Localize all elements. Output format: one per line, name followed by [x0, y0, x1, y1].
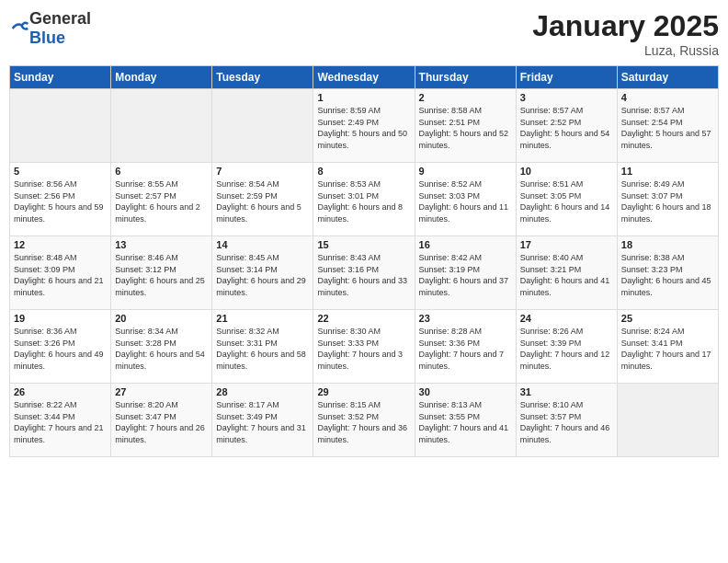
- day-info: Sunrise: 8:24 AM Sunset: 3:41 PM Dayligh…: [621, 326, 714, 372]
- day-number: 31: [520, 386, 613, 397]
- day-info: Sunrise: 8:48 AM Sunset: 3:09 PM Dayligh…: [14, 252, 107, 298]
- day-info: Sunrise: 8:32 AM Sunset: 3:31 PM Dayligh…: [216, 326, 309, 372]
- table-row: 30Sunrise: 8:13 AM Sunset: 3:55 PM Dayli…: [415, 384, 516, 457]
- day-info: Sunrise: 8:59 AM Sunset: 2:49 PM Dayligh…: [317, 105, 410, 151]
- logo-icon: [11, 19, 29, 38]
- col-sunday: Sunday: [10, 66, 111, 89]
- logo-blue: Blue: [29, 29, 65, 47]
- table-row: 27Sunrise: 8:20 AM Sunset: 3:47 PM Dayli…: [111, 384, 212, 457]
- table-row: 8Sunrise: 8:53 AM Sunset: 3:01 PM Daylig…: [313, 163, 415, 236]
- table-row: 29Sunrise: 8:15 AM Sunset: 3:52 PM Dayli…: [313, 384, 415, 457]
- day-info: Sunrise: 8:20 AM Sunset: 3:47 PM Dayligh…: [115, 399, 208, 445]
- table-row: 4Sunrise: 8:57 AM Sunset: 2:54 PM Daylig…: [617, 89, 718, 163]
- table-row: [10, 89, 111, 163]
- table-row: 11Sunrise: 8:49 AM Sunset: 3:07 PM Dayli…: [617, 163, 718, 236]
- day-number: 9: [419, 166, 512, 177]
- table-row: 15Sunrise: 8:43 AM Sunset: 3:16 PM Dayli…: [313, 236, 415, 310]
- table-row: 18Sunrise: 8:38 AM Sunset: 3:23 PM Dayli…: [617, 236, 718, 310]
- col-friday: Friday: [516, 66, 617, 89]
- day-info: Sunrise: 8:38 AM Sunset: 3:23 PM Dayligh…: [621, 252, 714, 298]
- col-monday: Monday: [111, 66, 212, 89]
- calendar-week-2: 5Sunrise: 8:56 AM Sunset: 2:56 PM Daylig…: [10, 163, 719, 236]
- calendar-week-1: 1Sunrise: 8:59 AM Sunset: 2:49 PM Daylig…: [10, 89, 719, 163]
- day-number: 12: [14, 239, 107, 250]
- day-number: 4: [621, 92, 714, 103]
- col-wednesday: Wednesday: [313, 66, 415, 89]
- day-info: Sunrise: 8:22 AM Sunset: 3:44 PM Dayligh…: [14, 399, 107, 445]
- day-number: 18: [621, 239, 714, 250]
- table-row: 26Sunrise: 8:22 AM Sunset: 3:44 PM Dayli…: [10, 384, 111, 457]
- table-row: 14Sunrise: 8:45 AM Sunset: 3:14 PM Dayli…: [212, 236, 313, 310]
- day-info: Sunrise: 8:10 AM Sunset: 3:57 PM Dayligh…: [520, 399, 613, 445]
- day-number: 26: [14, 386, 107, 397]
- day-number: 6: [115, 166, 208, 177]
- day-number: 1: [317, 92, 410, 103]
- day-number: 30: [419, 386, 512, 397]
- day-info: Sunrise: 8:15 AM Sunset: 3:52 PM Dayligh…: [317, 399, 410, 445]
- day-number: 11: [621, 166, 714, 177]
- day-number: 10: [520, 166, 613, 177]
- day-info: Sunrise: 8:28 AM Sunset: 3:36 PM Dayligh…: [419, 326, 512, 372]
- day-info: Sunrise: 8:52 AM Sunset: 3:03 PM Dayligh…: [419, 178, 512, 224]
- table-row: 31Sunrise: 8:10 AM Sunset: 3:57 PM Dayli…: [516, 384, 617, 457]
- day-info: Sunrise: 8:17 AM Sunset: 3:49 PM Dayligh…: [216, 399, 309, 445]
- calendar-week-5: 26Sunrise: 8:22 AM Sunset: 3:44 PM Dayli…: [10, 384, 719, 457]
- calendar-week-4: 19Sunrise: 8:36 AM Sunset: 3:26 PM Dayli…: [10, 310, 719, 384]
- table-row: 12Sunrise: 8:48 AM Sunset: 3:09 PM Dayli…: [10, 236, 111, 310]
- day-info: Sunrise: 8:55 AM Sunset: 2:57 PM Dayligh…: [115, 178, 208, 224]
- day-number: 22: [317, 313, 410, 324]
- table-row: [617, 384, 718, 457]
- day-number: 27: [115, 386, 208, 397]
- day-info: Sunrise: 8:54 AM Sunset: 2:59 PM Dayligh…: [216, 178, 309, 224]
- table-row: 20Sunrise: 8:34 AM Sunset: 3:28 PM Dayli…: [111, 310, 212, 384]
- day-info: Sunrise: 8:40 AM Sunset: 3:21 PM Dayligh…: [520, 252, 613, 298]
- month-title: January 2025: [532, 9, 719, 43]
- day-number: 3: [520, 92, 613, 103]
- page: General Blue January 2025 Luza, Russia S…: [0, 0, 728, 563]
- day-number: 25: [621, 313, 714, 324]
- day-number: 29: [317, 386, 410, 397]
- table-row: 1Sunrise: 8:59 AM Sunset: 2:49 PM Daylig…: [313, 89, 415, 163]
- day-info: Sunrise: 8:53 AM Sunset: 3:01 PM Dayligh…: [317, 178, 410, 224]
- calendar: Sunday Monday Tuesday Wednesday Thursday…: [9, 65, 719, 457]
- table-row: 6Sunrise: 8:55 AM Sunset: 2:57 PM Daylig…: [111, 163, 212, 236]
- calendar-header-row: Sunday Monday Tuesday Wednesday Thursday…: [10, 66, 719, 89]
- day-number: 13: [115, 239, 208, 250]
- table-row: 7Sunrise: 8:54 AM Sunset: 2:59 PM Daylig…: [212, 163, 313, 236]
- location: Luza, Russia: [532, 43, 719, 58]
- table-row: 10Sunrise: 8:51 AM Sunset: 3:05 PM Dayli…: [516, 163, 617, 236]
- header: General Blue January 2025 Luza, Russia: [9, 9, 719, 58]
- day-info: Sunrise: 8:34 AM Sunset: 3:28 PM Dayligh…: [115, 326, 208, 372]
- day-number: 14: [216, 239, 309, 250]
- day-info: Sunrise: 8:56 AM Sunset: 2:56 PM Dayligh…: [14, 178, 107, 224]
- day-number: 15: [317, 239, 410, 250]
- day-number: 19: [14, 313, 107, 324]
- table-row: 9Sunrise: 8:52 AM Sunset: 3:03 PM Daylig…: [415, 163, 516, 236]
- col-thursday: Thursday: [415, 66, 516, 89]
- col-tuesday: Tuesday: [212, 66, 313, 89]
- day-number: 24: [520, 313, 613, 324]
- day-number: 28: [216, 386, 309, 397]
- table-row: 16Sunrise: 8:42 AM Sunset: 3:19 PM Dayli…: [415, 236, 516, 310]
- day-info: Sunrise: 8:26 AM Sunset: 3:39 PM Dayligh…: [520, 326, 613, 372]
- day-info: Sunrise: 8:13 AM Sunset: 3:55 PM Dayligh…: [419, 399, 512, 445]
- day-number: 21: [216, 313, 309, 324]
- table-row: 22Sunrise: 8:30 AM Sunset: 3:33 PM Dayli…: [313, 310, 415, 384]
- day-info: Sunrise: 8:42 AM Sunset: 3:19 PM Dayligh…: [419, 252, 512, 298]
- table-row: [212, 89, 313, 163]
- day-info: Sunrise: 8:43 AM Sunset: 3:16 PM Dayligh…: [317, 252, 410, 298]
- table-row: 5Sunrise: 8:56 AM Sunset: 2:56 PM Daylig…: [10, 163, 111, 236]
- day-number: 20: [115, 313, 208, 324]
- table-row: 23Sunrise: 8:28 AM Sunset: 3:36 PM Dayli…: [415, 310, 516, 384]
- day-info: Sunrise: 8:45 AM Sunset: 3:14 PM Dayligh…: [216, 252, 309, 298]
- table-row: 21Sunrise: 8:32 AM Sunset: 3:31 PM Dayli…: [212, 310, 313, 384]
- title-block: January 2025 Luza, Russia: [532, 9, 719, 58]
- day-info: Sunrise: 8:57 AM Sunset: 2:52 PM Dayligh…: [520, 105, 613, 151]
- day-info: Sunrise: 8:46 AM Sunset: 3:12 PM Dayligh…: [115, 252, 208, 298]
- table-row: 2Sunrise: 8:58 AM Sunset: 2:51 PM Daylig…: [415, 89, 516, 163]
- day-number: 2: [419, 92, 512, 103]
- table-row: 28Sunrise: 8:17 AM Sunset: 3:49 PM Dayli…: [212, 384, 313, 457]
- day-number: 5: [14, 166, 107, 177]
- logo: General Blue: [9, 9, 91, 48]
- calendar-week-3: 12Sunrise: 8:48 AM Sunset: 3:09 PM Dayli…: [10, 236, 719, 310]
